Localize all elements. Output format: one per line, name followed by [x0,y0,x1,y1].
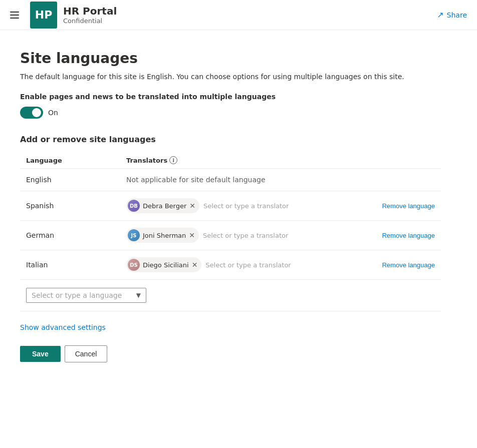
language-cell: English [20,169,120,191]
action-cell: Remove language [361,221,441,250]
col-header-language: Language [20,152,120,169]
action-buttons: Save Cancel [20,345,441,362]
multilingual-toggle[interactable] [20,107,43,119]
language-select-placeholder: Select or type a language [32,291,122,299]
language-cell: Spanish [20,191,120,221]
not-applicable-text: Not applicable for site default language [126,176,266,184]
avatar: JS [128,229,140,241]
remove-language-button[interactable]: Remove language [382,232,435,239]
table-row: English Not applicable for site default … [20,169,441,191]
section-title: Add or remove site languages [20,135,441,144]
translator-cell: DB Debra Berger ✕ Select or type a trans… [120,191,361,221]
site-logo: HP [30,2,57,29]
language-select-row: Select or type a language ▼ [20,280,441,311]
action-cell: Remove language [361,250,441,280]
remove-translator-button[interactable]: ✕ [189,202,195,209]
translator-input-placeholder[interactable]: Select or type a translator [205,261,291,269]
translator-chip: DB Debra Berger ✕ [126,198,199,213]
col-header-action [361,152,441,169]
advanced-settings-link[interactable]: Show advanced settings [20,323,106,331]
remove-language-button[interactable]: Remove language [382,202,435,210]
toggle-label: Enable pages and news to be translated i… [20,93,441,101]
toggle-state: On [48,109,58,117]
translator-cell: DS Diego Siciliani ✕ Select or type a tr… [120,250,361,280]
toggle-row: On [20,107,441,119]
cancel-button[interactable]: Cancel [65,345,108,362]
site-subtitle: Confidential [63,17,117,25]
languages-table: Language Translators i English Not appli [20,152,441,280]
translator-chip: DS Diego Siciliani ✕ [126,257,201,272]
avatar: DS [128,259,140,271]
translator-name: Diego Siciliani [143,261,189,269]
table-row: German JS Joni Sherman ✕ Select or type … [20,221,441,250]
translator-cell: JS Joni Sherman ✕ Select or type a trans… [120,221,361,250]
save-button[interactable]: Save [20,346,61,362]
translator-name: Joni Sherman [143,232,186,239]
translator-input-placeholder[interactable]: Select or type a translator [203,232,288,239]
language-cell: Italian [20,250,120,280]
translators-info-icon[interactable]: i [169,156,177,164]
remove-translator-button[interactable]: ✕ [192,261,198,268]
action-cell: Remove language [361,191,441,221]
language-select-dropdown[interactable]: Select or type a language ▼ [26,288,146,303]
hamburger-menu[interactable] [10,9,22,21]
language-cell: German [20,221,120,250]
translator-cell: Not applicable for site default language [120,169,361,191]
table-row: Spanish DB Debra Berger ✕ Select or type… [20,191,441,221]
remove-language-button[interactable]: Remove language [382,261,435,269]
translator-name: Debra Berger [143,202,186,210]
share-icon: ↗ [437,10,443,20]
chevron-down-icon: ▼ [136,292,141,299]
site-name: HR Portal [63,5,117,17]
translator-input-placeholder[interactable]: Select or type a translator [203,202,289,210]
translator-chip: JS Joni Sherman ✕ [126,228,199,243]
header: HP HR Portal Confidential ↗ Share [0,0,477,30]
page-description: The default language for this site is En… [20,73,441,81]
action-cell [361,169,441,191]
page-title: Site languages [20,50,441,67]
main-content: Site languages The default language for … [0,30,461,382]
share-button[interactable]: ↗ Share [437,10,467,20]
remove-translator-button[interactable]: ✕ [189,232,195,239]
col-header-translators: Translators i [120,152,361,169]
avatar: DB [128,200,140,212]
site-info: HR Portal Confidential [63,5,117,25]
table-row: Italian DS Diego Siciliani ✕ Select or t… [20,250,441,280]
